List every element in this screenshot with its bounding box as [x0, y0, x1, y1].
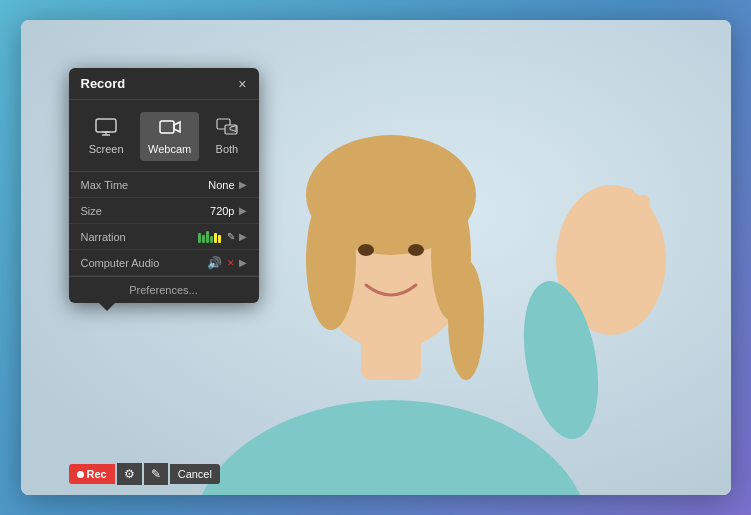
svg-rect-12 [605, 185, 619, 240]
svg-marker-22 [174, 122, 180, 132]
computer-audio-label: Computer Audio [81, 257, 160, 269]
audio-arrow[interactable]: ▶ [239, 257, 247, 268]
bar-3 [206, 231, 209, 243]
size-row: Size 720p ▶ [69, 198, 259, 224]
preferences-button[interactable]: Preferences... [69, 276, 259, 303]
size-arrow[interactable]: ▶ [239, 205, 247, 216]
speaker-icon: 🔊 [207, 256, 222, 270]
max-time-arrow[interactable]: ▶ [239, 179, 247, 190]
pencil-button[interactable]: ✎ [144, 463, 168, 485]
narration-level-bars [198, 231, 221, 243]
bottom-toolbar: Rec ⚙ ✎ Cancel [69, 463, 220, 485]
narration-arrow[interactable]: ▶ [239, 231, 247, 242]
max-time-label: Max Time [81, 179, 129, 191]
cancel-button[interactable]: Cancel [170, 464, 220, 484]
close-button[interactable]: × [238, 77, 246, 91]
bar-5 [214, 233, 217, 243]
narration-row: Narration ✎ ▶ [69, 224, 259, 250]
narration-value-group: ✎ ▶ [198, 231, 247, 243]
svg-rect-13 [621, 188, 635, 240]
size-value: 720p [210, 205, 234, 217]
bar-4 [210, 236, 213, 243]
both-mode-label: Both [216, 143, 239, 155]
computer-audio-value-group: 🔊 ✕ ▶ [207, 256, 247, 270]
narration-label: Narration [81, 231, 126, 243]
gear-button[interactable]: ⚙ [117, 463, 142, 485]
bar-2 [202, 235, 205, 243]
svg-point-5 [306, 190, 356, 330]
pencil-icon: ✎ [151, 467, 161, 481]
record-panel: Record × Screen Webcam Both [69, 68, 259, 303]
bar-1 [198, 233, 201, 243]
svg-point-8 [358, 244, 374, 256]
max-time-value: None [208, 179, 234, 191]
webcam-icon [159, 118, 181, 139]
screen-mode-button[interactable]: Screen [81, 112, 132, 161]
rec-button[interactable]: Rec [69, 464, 115, 484]
both-mode-button[interactable]: Both [208, 112, 247, 161]
size-value-group: 720p ▶ [210, 205, 246, 217]
rec-label: Rec [87, 468, 107, 480]
bar-6 [218, 235, 221, 243]
webcam-mode-label: Webcam [148, 143, 191, 155]
max-time-row: Max Time None ▶ [69, 172, 259, 198]
panel-title: Record [81, 76, 126, 91]
svg-rect-14 [637, 195, 650, 240]
webcam-mode-button[interactable]: Webcam [140, 112, 199, 161]
max-time-value-group: None ▶ [208, 179, 246, 191]
both-icon [216, 118, 238, 139]
computer-audio-row: Computer Audio 🔊 ✕ ▶ [69, 250, 259, 276]
svg-rect-17 [96, 119, 116, 132]
screen-mode-label: Screen [89, 143, 124, 155]
mute-icon: ✕ [227, 258, 235, 268]
svg-point-7 [448, 260, 484, 380]
svg-point-9 [408, 244, 424, 256]
panel-header: Record × [69, 68, 259, 100]
panel-tail [99, 303, 115, 311]
main-frame: Record × Screen Webcam Both [21, 20, 731, 495]
narration-mic-icon: ✎ [227, 231, 235, 242]
screen-icon [95, 118, 117, 139]
svg-rect-21 [160, 121, 174, 133]
svg-rect-11 [589, 190, 603, 240]
gear-icon: ⚙ [124, 467, 135, 481]
size-label: Size [81, 205, 102, 217]
mode-buttons-group: Screen Webcam Both [69, 100, 259, 172]
rec-dot [77, 471, 84, 478]
